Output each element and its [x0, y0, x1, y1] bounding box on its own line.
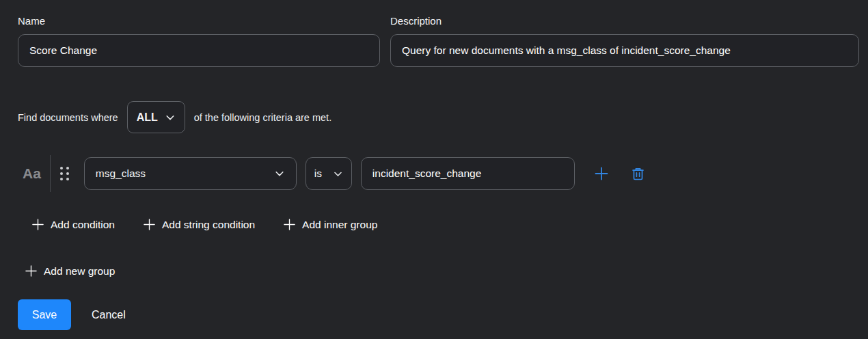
condition-operator-select[interactable]: is — [306, 157, 352, 190]
name-input[interactable] — [18, 34, 380, 67]
criteria-prefix-text: Find documents where — [18, 112, 118, 123]
form-fields-row: Name Description — [18, 15, 859, 67]
chevron-down-icon — [165, 112, 176, 123]
plus-icon — [31, 218, 44, 231]
add-new-group-button[interactable]: Add new group — [25, 265, 115, 277]
add-condition-button[interactable]: Add condition — [31, 218, 115, 231]
description-field-group: Description — [390, 15, 859, 67]
criteria-suffix-text: of the following criteria are met. — [194, 112, 331, 123]
plus-icon — [143, 218, 156, 231]
condition-field-select[interactable]: msg_class — [84, 157, 297, 190]
name-field-group: Name — [18, 15, 380, 67]
string-type-icon: Aa — [23, 165, 41, 182]
condition-field-value: msg_class — [96, 167, 146, 180]
name-label: Name — [18, 15, 380, 27]
add-string-condition-label: Add string condition — [162, 219, 255, 231]
plus-icon — [283, 218, 296, 231]
criteria-sentence: Find documents where ALL of the followin… — [18, 101, 859, 133]
condition-divider — [50, 155, 51, 192]
match-type-value: ALL — [137, 111, 158, 124]
match-type-select[interactable]: ALL — [127, 101, 185, 133]
drag-handle-icon[interactable] — [60, 167, 69, 180]
condition-row: Aa msg_class is — [18, 154, 859, 193]
condition-operator-value: is — [314, 167, 322, 180]
description-input[interactable] — [390, 34, 859, 67]
save-button[interactable]: Save — [18, 299, 71, 330]
condition-value-input[interactable] — [361, 157, 575, 190]
add-value-plus-icon[interactable] — [593, 165, 610, 182]
add-string-condition-button[interactable]: Add string condition — [143, 218, 255, 231]
add-inner-group-button[interactable]: Add inner group — [283, 218, 377, 231]
add-inner-group-label: Add inner group — [302, 219, 377, 231]
chevron-down-icon — [274, 168, 285, 179]
query-editor-panel: Name Description Find documents where AL… — [0, 0, 868, 339]
trash-icon[interactable] — [631, 167, 645, 181]
add-links-row: Add condition Add string condition Add i… — [31, 218, 859, 231]
description-label: Description — [390, 15, 859, 27]
chevron-down-icon — [333, 169, 343, 179]
footer-buttons-row: Save Cancel — [18, 299, 859, 330]
cancel-button[interactable]: Cancel — [92, 309, 126, 321]
plus-icon — [25, 265, 38, 277]
add-condition-label: Add condition — [51, 219, 115, 231]
add-group-row: Add new group — [25, 265, 859, 280]
add-new-group-label: Add new group — [44, 265, 115, 277]
